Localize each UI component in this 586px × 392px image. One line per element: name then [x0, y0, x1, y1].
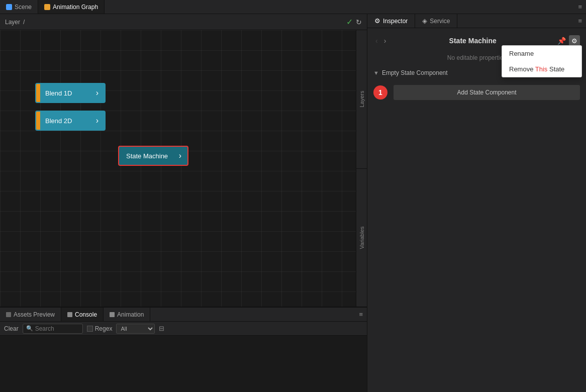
context-menu: Rename Remove This State [502, 45, 582, 77]
breadcrumb-check-icon[interactable]: ✓ [346, 17, 353, 27]
console-icon [67, 312, 72, 317]
tab-service[interactable]: ◈ Service [415, 14, 457, 28]
node-state-machine[interactable]: State Machine › [118, 146, 188, 166]
top-tab-bar: Scene Animation Graph ≡ [0, 0, 586, 14]
right-tab-bar: ⚙ Inspector ◈ Service ≡ [367, 14, 586, 28]
layers-panel-label[interactable]: Layers [356, 30, 367, 168]
right-panel: ⚙ Inspector ◈ Service ≡ ‹ › State Machin… [367, 14, 586, 392]
breadcrumb-refresh-icon[interactable]: ↻ [356, 18, 362, 26]
breadcrumb-actions: ✓ ↻ [346, 17, 362, 27]
left-panel: Layer / ✓ ↻ Blend 1D › Blend 2D › St [0, 14, 367, 392]
tab-inspector[interactable]: ⚙ Inspector [367, 14, 415, 28]
bottom-panel: Assets Preview Console Animation ≡ Clear… [0, 307, 367, 392]
clear-label: Clear [4, 325, 19, 332]
add-state-component-button[interactable]: Add State Component [394, 85, 580, 100]
add-state-label: Add State Component [457, 89, 516, 96]
scene-icon [6, 4, 12, 10]
regex-label-text: Regex [95, 325, 113, 332]
pin-button[interactable]: 📌 [557, 37, 566, 45]
section-label: Empty State Component [382, 69, 448, 76]
breadcrumb-layer: Layer [5, 19, 20, 26]
gear-icon: ⚙ [571, 37, 577, 45]
tab-animation-label: Animation [117, 311, 144, 318]
assets-preview-icon [6, 312, 11, 317]
bottom-tabs-menu-icon[interactable]: ≡ [359, 311, 367, 318]
top-tabs-menu-icon[interactable]: ≡ [578, 3, 586, 11]
regex-checkbox[interactable] [87, 326, 93, 332]
add-state-row: 1 Add State Component [367, 79, 586, 106]
inspector-title: State Machine [449, 37, 497, 45]
main-layout: Layer / ✓ ↻ Blend 1D › Blend 2D › St [0, 14, 586, 392]
filter-select[interactable]: All Errors Warnings Info [116, 324, 155, 334]
node-left-bar [36, 84, 40, 102]
node-state-machine-label: State Machine [126, 152, 175, 160]
tab-console-label: Console [75, 311, 97, 318]
console-toolbar: Clear 🔍 Regex All Errors Warnings Info ⊟ [0, 322, 367, 336]
tab-animation-graph-label: Animation Graph [53, 4, 98, 11]
tab-inspector-label: Inspector [383, 18, 408, 25]
clear-button[interactable]: Clear [4, 325, 19, 332]
step-badge: 1 [373, 85, 387, 100]
service-tab-icon: ◈ [422, 17, 427, 25]
gear-button[interactable]: ⚙ [569, 35, 580, 46]
graph-area[interactable]: Blend 1D › Blend 2D › State Machine › La… [0, 30, 367, 307]
node-blend1d-arrow: › [96, 88, 99, 97]
bottom-tab-bar: Assets Preview Console Animation ≡ [0, 308, 367, 322]
tab-animation[interactable]: Animation [104, 308, 150, 321]
remove-suffix: State [547, 65, 564, 73]
inspector-nav: ‹ › [373, 36, 388, 46]
variables-panel-label[interactable]: Variables [356, 169, 367, 307]
menu-item-remove-state[interactable]: Remove This State [502, 61, 581, 77]
breadcrumb-sep: / [23, 19, 25, 26]
node-blend1d[interactable]: Blend 1D › [35, 83, 106, 103]
tab-scene-label: Scene [15, 4, 32, 11]
right-tabs-menu-icon[interactable]: ≡ [578, 17, 586, 25]
tab-assets-preview-label: Assets Preview [14, 311, 55, 318]
collapse-button[interactable]: ⊟ [159, 325, 164, 332]
breadcrumb: Layer / ✓ ↻ [0, 14, 367, 30]
inspector-tab-icon: ⚙ [374, 17, 380, 25]
anim-icon [44, 4, 50, 10]
menu-item-rename[interactable]: Rename [502, 46, 581, 61]
tab-assets-preview[interactable]: Assets Preview [0, 308, 61, 321]
node-state-machine-arrow: › [179, 151, 181, 160]
side-panels: Layers Variables [356, 30, 367, 307]
node-blend2d[interactable]: Blend 2D › [35, 111, 106, 131]
search-box[interactable]: 🔍 [23, 324, 83, 334]
remove-prefix: Remove [509, 65, 535, 73]
regex-option[interactable]: Regex [87, 325, 113, 332]
node-state-machine-bar [119, 147, 121, 165]
node-blend2d-label: Blend 2D [45, 117, 92, 125]
search-input[interactable] [35, 325, 75, 332]
node-blend1d-label: Blend 1D [45, 89, 92, 97]
nav-back-button[interactable]: ‹ [373, 36, 380, 46]
tab-scene[interactable]: Scene [0, 0, 38, 14]
tab-console[interactable]: Console [61, 308, 104, 321]
search-icon: 🔍 [26, 325, 33, 332]
remove-highlight: This [535, 65, 548, 73]
tab-service-label: Service [430, 18, 450, 25]
nav-forward-button[interactable]: › [382, 36, 388, 46]
tab-animation-graph[interactable]: Animation Graph [38, 0, 105, 14]
animation-icon [110, 312, 115, 317]
console-content [0, 336, 367, 392]
node-blend2d-arrow: › [96, 116, 99, 125]
node-left-bar-2 [36, 112, 40, 130]
section-arrow-icon: ▼ [373, 70, 379, 76]
